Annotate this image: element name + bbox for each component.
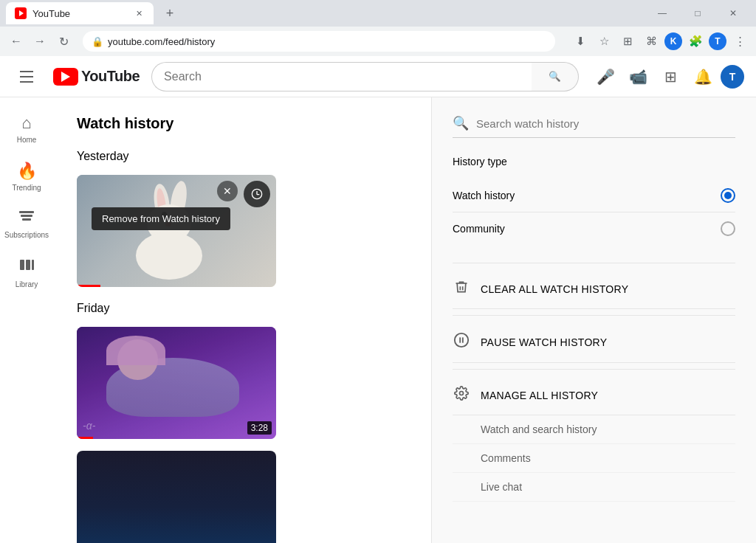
mic-button[interactable]: 🎤 [591,62,620,91]
grid-apps-icon: ⊞ [664,68,677,86]
community-radio[interactable] [721,221,735,236]
video-thumbnail-girl[interactable]: -α- 3:28 [77,327,276,439]
watch-search-label: Watch and search history [481,423,597,435]
divider-2 [453,315,735,316]
live-chat-sub-action[interactable]: Live chat [453,473,735,502]
manage-label: MANAGE ALL HISTORY [481,390,598,401]
history-type-title: History type [453,156,735,167]
profile-avatar[interactable]: T [721,65,744,89]
library-icon [18,257,35,277]
community-label: Community [453,223,505,235]
profile-t-avatar-sm[interactable]: T [709,32,726,50]
video-card-rabbit: ✕ Remove from Watch history [77,175,276,287]
download-icon[interactable]: ⬇ [570,31,591,52]
duration-badge: 3:28 [247,421,272,435]
divider-3 [453,369,735,370]
divider-1 [453,263,735,263]
friday-label: Friday [77,302,408,315]
search-watch-history-input[interactable] [476,117,735,130]
history-type-list: Watch history Community [453,179,735,245]
clear-all-action[interactable]: CLEAR ALL WATCH HISTORY [453,269,735,309]
home-icon: ⌂ [21,114,31,133]
window-controls: — □ ✕ [645,0,750,27]
bell-icon: 🔔 [694,68,712,86]
tab-title: YouTube [32,8,127,19]
extensions-icon[interactable]: 🧩 [685,31,706,52]
svg-rect-7 [32,260,34,270]
apps-button[interactable]: ⊞ [656,62,685,91]
watermark: -α- [83,420,95,432]
rabbit-body [136,232,202,280]
sidebar-item-home[interactable]: ⌂ Home [0,106,53,151]
header-actions: 🎤 📹 ⊞ 🔔 T [591,62,744,91]
watch-later-icon[interactable] [244,181,270,207]
search-input-wrap[interactable] [151,62,532,91]
youtube-logo[interactable]: YouTube [53,68,140,86]
video-camera-icon: 📹 [629,68,647,86]
svg-point-14 [460,392,464,395]
yesterday-label: Yesterday [77,150,408,163]
tooltip-wrap: Remove from Watch history [92,207,230,230]
girl-illustration: -α- [77,327,276,439]
search-button[interactable]: 🔍 [532,62,579,91]
mic-icon: 🎤 [597,68,615,86]
grid-icon[interactable]: ⊞ [617,31,638,52]
svg-rect-3 [21,215,32,217]
reload-button[interactable]: ↻ [53,31,74,52]
address-bar[interactable]: 🔒 youtube.com/feed/history [83,31,555,52]
sidebar-item-subscriptions[interactable]: Subscriptions [0,202,53,246]
search-input[interactable] [164,70,520,83]
hamburger-line [20,76,33,77]
svg-rect-2 [19,211,34,213]
maximize-button[interactable]: □ [681,0,715,27]
browser-tab[interactable]: YouTube ✕ [6,2,154,24]
watch-history-radio[interactable] [721,188,735,203]
right-panel: 🔍 History type Watch history Community [431,97,756,543]
new-tab-button[interactable]: + [159,3,180,24]
youtube-logo-icon [53,68,78,86]
translate-icon[interactable]: ⌘ [641,31,662,52]
profile-k-avatar[interactable]: K [664,32,682,50]
history-type-community[interactable]: Community [453,212,735,245]
remove-tooltip: Remove from Watch history [92,207,230,230]
close-window-button[interactable]: ✕ [716,0,750,27]
hamburger-line [20,81,33,83]
watch-search-sub-action[interactable]: Watch and search history [453,415,735,444]
comments-sub-action[interactable]: Comments [453,444,735,473]
action-list: CLEAR ALL WATCH HISTORY PAUSE WATCH HIST… [453,269,735,502]
clear-all-label: CLEAR ALL WATCH HISTORY [481,283,628,295]
remove-from-history-button[interactable]: ✕ [217,181,238,201]
create-video-button[interactable]: 📹 [623,62,653,91]
back-button[interactable]: ← [6,31,27,52]
minimize-button[interactable]: — [645,0,679,27]
search-watch-history-icon: 🔍 [453,115,469,131]
video-progress-bar-2 [77,437,93,439]
bookmark-icon[interactable]: ☆ [594,31,614,52]
video-card-dark [77,451,276,543]
radio-inner [724,192,732,199]
manage-action[interactable]: MANAGE ALL HISTORY [453,376,735,415]
pause-action[interactable]: PAUSE WATCH HISTORY [453,322,735,363]
more-options-icon[interactable]: ⋮ [729,31,750,52]
video-thumbnail-rabbit[interactable]: ✕ [77,175,276,287]
notifications-button[interactable]: 🔔 [688,62,718,91]
watch-history-label: Watch history [453,190,515,201]
history-type-watch[interactable]: Watch history [453,179,735,212]
pause-icon [453,332,470,352]
hamburger-menu-button[interactable] [12,62,41,91]
sidebar-item-trending[interactable]: 🔥 Trending [0,154,53,199]
tab-close-button[interactable]: ✕ [133,7,145,19]
search-icon: 🔍 [549,71,561,82]
main-layout: ⌂ Home 🔥 Trending Subscriptions Library [0,97,756,543]
svg-point-11 [455,333,468,347]
video-thumbnail-dark[interactable] [77,451,276,543]
forward-button[interactable]: → [30,31,50,52]
gear-icon [453,386,470,404]
sidebar-item-library[interactable]: Library [0,249,53,296]
youtube-logo-text: YouTube [81,68,140,85]
trending-icon: 🔥 [17,162,37,181]
video-card-girl: -α- 3:28 [77,327,276,439]
url-text: youtube.com/feed/history [108,36,546,47]
live-chat-label: Live chat [481,481,522,493]
girl-thumbnail-bg: -α- [77,327,276,439]
